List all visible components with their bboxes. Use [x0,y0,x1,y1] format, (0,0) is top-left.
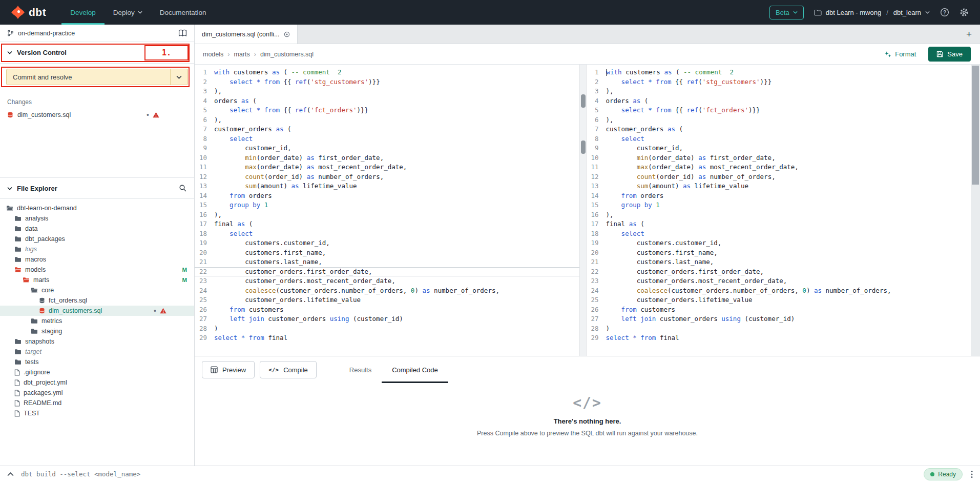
code-line[interactable]: 19 customers.customer_id, [195,238,579,248]
tree-item-dbt_project.yml[interactable]: dbt_project.yml [0,377,194,388]
tab-dim-customers[interactable]: dim_customers.sql (confli... [195,25,298,44]
tree-item-dim_customers.sql[interactable]: dim_customers.sql• [0,306,194,316]
breadcrumb-models[interactable]: models [203,51,223,58]
ready-status-badge[interactable]: Ready [924,468,963,480]
docs-book-icon[interactable] [178,29,187,37]
code-line[interactable]: 13 sum(amount) as lifetime_value [587,182,971,191]
code-line[interactable]: 24 coalesce(customer_orders.number_of_or… [587,286,971,296]
preview-button[interactable]: Preview [202,361,255,378]
code-line[interactable]: 12 count(order_id) as number_of_orders, [587,172,971,182]
code-line[interactable]: 20 customers.first_name, [195,248,579,258]
new-tab-button[interactable]: + [958,25,980,44]
code-line[interactable]: 28) [195,324,579,334]
search-icon[interactable] [179,184,187,192]
beta-dropdown[interactable]: Beta [769,6,804,19]
code-line[interactable]: 12 count(order_id) as number_of_orders, [195,172,579,182]
code-line[interactable]: 5 select * from {{ ref('fct_orders')}} [587,106,971,115]
code-line[interactable]: 3), [195,87,579,96]
code-line[interactable]: 16), [587,210,971,220]
code-line[interactable]: 27 left join customer_orders using (cust… [587,314,971,324]
tree-item-logs[interactable]: logs [0,244,194,254]
code-line[interactable]: 17final as ( [587,219,971,229]
tree-item-TEST[interactable]: TEST [0,408,194,418]
code-line[interactable]: 2 select * from {{ ref('stg_customers')}… [195,77,579,87]
kebab-menu-icon[interactable] [971,470,973,478]
code-line[interactable]: 17final as ( [195,219,579,229]
tab-compiled-code[interactable]: Compiled Code [382,356,448,383]
tree-item-staging[interactable]: staging [0,326,194,336]
code-line[interactable]: 23 customer_orders.most_recent_order_dat… [587,276,971,286]
code-line[interactable]: 23 customer_orders.most_recent_order_dat… [195,276,579,286]
changed-file-row[interactable]: dim_customers.sql • [0,109,194,121]
breadcrumb-marts[interactable]: marts [234,51,249,58]
right-pane-scrollbar[interactable] [971,65,980,356]
code-line[interactable]: 29select * from final [587,333,971,343]
tree-item-README.md[interactable]: README.md [0,398,194,408]
code-line[interactable]: 4orders as ( [195,96,579,106]
code-line[interactable]: 6), [587,115,971,125]
tree-item-.gitignore[interactable]: .gitignore [0,367,194,377]
save-button[interactable]: Save [928,47,971,62]
code-line[interactable]: 4orders as ( [587,96,971,106]
command-input[interactable]: dbt build --select <model_name> [21,470,140,478]
code-line[interactable]: 24 coalesce(customer_orders.number_of_or… [195,286,579,296]
scrollbar-thumb[interactable] [581,94,586,108]
scrollbar-thumb[interactable] [581,140,586,154]
code-line[interactable]: 7customer_orders as ( [195,125,579,134]
file-explorer-header[interactable]: File Explorer [0,177,194,199]
code-line[interactable]: 14 from orders [195,191,579,201]
conflict-status-icon[interactable] [284,31,290,37]
chevron-up-icon[interactable] [7,472,14,476]
tree-item-marts[interactable]: martsM [0,275,194,285]
code-line[interactable]: 11 max(order_date) as most_recent_order_… [587,163,971,172]
nav-develop[interactable]: Develop [61,0,105,25]
tree-item-core[interactable]: core [0,285,194,295]
code-line[interactable]: 11 max(order_date) as most_recent_order_… [195,163,579,172]
tree-item-macros[interactable]: macros [0,254,194,265]
code-line[interactable]: 1with customers as ( -- comment 2 [587,68,971,77]
code-line[interactable]: 15 group by 1 [195,200,579,210]
format-button[interactable]: Format [884,50,916,58]
code-line[interactable]: 20 customers.first_name, [587,248,971,258]
code-line[interactable]: 19 customers.customer_id, [587,238,971,248]
tab-results[interactable]: Results [339,356,382,383]
code-line[interactable]: 6), [195,115,579,125]
code-line[interactable]: 22 customer_orders.first_order_date, [195,267,579,277]
commit-and-resolve-button[interactable]: Commit and resolve [6,69,188,85]
code-line[interactable]: 21 customers.last_name, [587,257,971,267]
code-line[interactable]: 15 group by 1 [587,200,971,210]
code-line[interactable]: 2 select * from {{ ref('stg_customers')}… [587,77,971,87]
code-line[interactable]: 16), [195,210,579,220]
project-selector[interactable]: dbt Learn - mwong / dbt_learn [814,9,930,16]
tree-item-models[interactable]: modelsM [0,265,194,275]
tree-item-data[interactable]: data [0,224,194,234]
nav-deploy[interactable]: Deploy [105,0,151,25]
code-line[interactable]: 22 customer_orders.first_order_date, [587,267,971,277]
code-line[interactable]: 3), [587,87,971,96]
code-line[interactable]: 25 customer_orders.lifetime_value [195,295,579,305]
code-line[interactable]: 29select * from final [195,333,579,343]
code-line[interactable]: 9 customer_id, [195,144,579,153]
tree-item-packages.yml[interactable]: packages.yml [0,388,194,398]
code-line[interactable]: 28) [587,324,971,334]
code-line[interactable]: 8 select [195,134,579,144]
tree-item-metrics[interactable]: metrics [0,316,194,326]
code-line[interactable]: 18 select [587,229,971,239]
tree-item-dbt-learn-on-demand[interactable]: dbt-learn-on-demand [0,203,194,213]
help-icon[interactable]: ? [940,8,949,17]
code-line[interactable]: 9 customer_id, [587,144,971,153]
code-line[interactable]: 27 left join customer_orders using (cust… [195,314,579,324]
code-line[interactable]: 14 from orders [587,191,971,201]
code-line[interactable]: 13 sum(amount) as lifetime_value [195,182,579,191]
tree-item-target[interactable]: target [0,347,194,357]
code-line[interactable]: 18 select [195,229,579,239]
code-line[interactable]: 10 min(order_date) as first_order_date, [195,153,579,163]
left-pane-scrollbar[interactable] [579,65,587,356]
code-line[interactable]: 21 customers.last_name, [195,257,579,267]
code-line[interactable]: 10 min(order_date) as first_order_date, [587,153,971,163]
tree-item-analysis[interactable]: analysis [0,213,194,224]
code-line[interactable]: 26 from customers [195,305,579,315]
code-line[interactable]: 26 from customers [587,305,971,315]
tree-item-fct_orders.sql[interactable]: fct_orders.sql [0,295,194,306]
scrollbar-thumb[interactable] [972,66,979,185]
